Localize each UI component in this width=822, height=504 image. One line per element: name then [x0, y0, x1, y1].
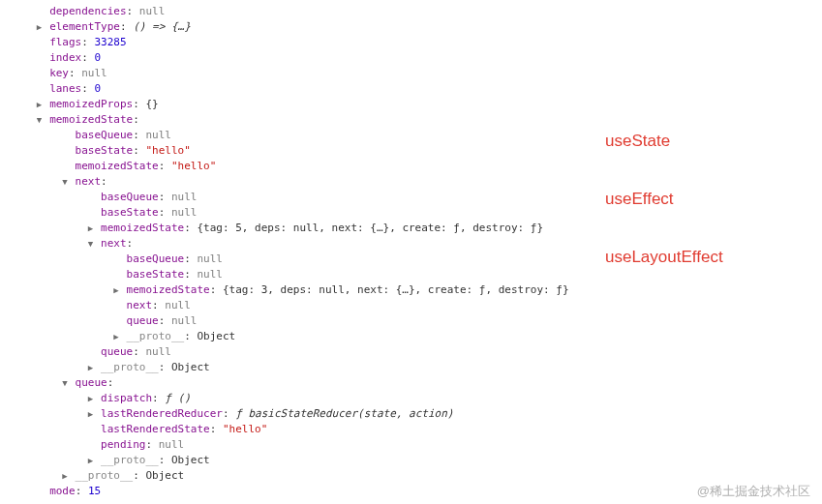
expand-toggle-icon[interactable]: ▶ — [86, 222, 94, 236]
expand-toggle-icon[interactable]: ▶ — [112, 330, 120, 344]
property-value: ƒ () — [165, 392, 191, 404]
tree-row[interactable]: ▶ lastRenderedReducer: ƒ basicStateReduc… — [10, 406, 812, 422]
property-key: memoizedState — [49, 113, 133, 126]
expand-toggle-icon[interactable]: ▶ — [86, 454, 94, 468]
expand-toggle-icon — [112, 299, 120, 313]
tree-row: baseQueue: null — [10, 128, 812, 143]
expand-toggle-icon[interactable]: ▶ — [36, 98, 44, 112]
tree-row: queue: null — [10, 313, 812, 329]
property-key: next — [76, 175, 102, 188]
expand-toggle-icon — [86, 423, 94, 437]
expand-toggle-icon — [61, 160, 69, 174]
property-key: pending — [101, 438, 145, 451]
property-key: lanes — [49, 82, 81, 95]
tree-row: memoizedState: "hello" — [10, 159, 812, 174]
property-value: 15 — [88, 485, 101, 497]
tree-row: next: null — [10, 298, 812, 313]
expand-toggle-icon — [86, 206, 94, 221]
tree-row: lanes: 0 — [10, 81, 812, 97]
property-value: null — [171, 314, 198, 327]
expand-toggle-icon[interactable]: ▼ — [36, 113, 44, 128]
tree-row: pending: null — [10, 437, 812, 453]
annotation-label: useState — [605, 133, 670, 148]
property-key: baseState — [127, 268, 185, 281]
tree-row[interactable]: ▼ queue: — [10, 375, 812, 391]
tree-row: baseState: null — [10, 267, 812, 282]
property-key: __proto__ — [101, 454, 159, 466]
property-key: queue — [101, 345, 133, 358]
expand-toggle-icon[interactable]: ▶ — [61, 469, 69, 484]
tree-row[interactable]: ▶ __proto__: Object — [10, 468, 812, 484]
property-value: "hello" — [171, 160, 216, 172]
tree-row[interactable]: ▶ __proto__: Object — [10, 360, 812, 375]
tree-row[interactable]: ▶ memoizedState: {tag: 3, deps: null, ne… — [10, 282, 812, 298]
tree-row[interactable]: ▶ __proto__: Object — [10, 453, 812, 468]
property-value: {} — [145, 98, 158, 110]
tree-row: lastRenderedState: "hello" — [10, 422, 812, 437]
tree-row[interactable]: ▶ elementType: () => {…} — [10, 19, 812, 35]
property-key: baseState — [76, 144, 134, 157]
property-value: Object — [171, 454, 210, 466]
expand-toggle-icon[interactable]: ▶ — [86, 392, 94, 406]
property-value: null — [197, 252, 223, 265]
property-key: memoizedState — [127, 283, 210, 296]
expand-toggle-icon — [36, 5, 44, 19]
expand-toggle-icon — [86, 191, 94, 205]
property-value: null — [165, 299, 191, 311]
property-key: lastRenderedReducer — [101, 407, 223, 420]
property-value: null — [171, 206, 198, 219]
tree-row[interactable]: ▶ memoizedProps: {} — [10, 97, 812, 112]
property-key: queue — [127, 314, 159, 327]
tree-row[interactable]: ▶ __proto__: Object — [10, 329, 812, 344]
property-key: next — [127, 299, 153, 311]
expand-toggle-icon — [86, 438, 94, 453]
property-key: index — [49, 51, 81, 64]
property-key: next — [101, 237, 127, 250]
expand-toggle-icon — [61, 129, 69, 143]
property-key: key — [49, 67, 69, 79]
property-key: lastRenderedState — [101, 423, 210, 435]
expand-toggle-icon[interactable]: ▶ — [112, 283, 120, 298]
expand-toggle-icon[interactable]: ▼ — [86, 237, 94, 252]
tree-row: key: null — [10, 66, 812, 81]
expand-toggle-icon[interactable]: ▼ — [61, 175, 69, 190]
expand-toggle-icon[interactable]: ▶ — [86, 361, 94, 375]
property-key: mode — [49, 485, 76, 497]
tree-row: baseState: null — [10, 205, 812, 221]
expand-toggle-icon — [112, 314, 120, 329]
property-value: Object — [171, 361, 210, 373]
tree-row[interactable]: ▼ next: — [10, 174, 812, 190]
tree-row[interactable]: ▶ dispatch: ƒ () — [10, 391, 812, 406]
tree-row: index: 0 — [10, 50, 812, 66]
property-value: Object — [145, 469, 184, 482]
property-value: 0 — [95, 82, 102, 95]
property-key: queue — [76, 376, 107, 389]
property-value: {tag: 3, deps: null, next: {…}, create: … — [223, 283, 569, 296]
property-value: null — [159, 438, 185, 451]
property-value: ƒ basicStateReducer(state, action) — [235, 407, 453, 420]
annotation-label: useLayoutEffect — [605, 250, 723, 264]
tree-row: baseQueue: null — [10, 190, 812, 205]
property-key: baseQueue — [76, 129, 134, 141]
expand-toggle-icon — [112, 268, 120, 282]
tree-row[interactable]: ▼ memoizedState: — [10, 112, 812, 128]
property-key: baseState — [101, 206, 159, 219]
property-value: null — [197, 268, 223, 281]
property-value: null — [139, 5, 166, 17]
property-key: baseQueue — [127, 252, 185, 265]
tree-row: baseState: "hello" — [10, 143, 812, 159]
expand-toggle-icon — [36, 67, 44, 81]
property-value: 33285 — [95, 36, 127, 48]
expand-toggle-icon[interactable]: ▶ — [86, 407, 94, 422]
tree-row[interactable]: ▶ memoizedState: {tag: 5, deps: null, ne… — [10, 221, 812, 236]
tree-row: flags: 33285 — [10, 35, 812, 50]
expand-toggle-icon[interactable]: ▶ — [36, 20, 44, 35]
property-value: Object — [197, 330, 235, 342]
property-key: __proto__ — [127, 330, 185, 342]
property-key: memoizedState — [101, 222, 184, 234]
expand-toggle-icon — [36, 485, 44, 499]
expand-toggle-icon[interactable]: ▼ — [61, 376, 69, 391]
annotation-label: useEffect — [605, 192, 674, 206]
property-value: null — [171, 191, 198, 203]
property-key: __proto__ — [76, 469, 134, 482]
